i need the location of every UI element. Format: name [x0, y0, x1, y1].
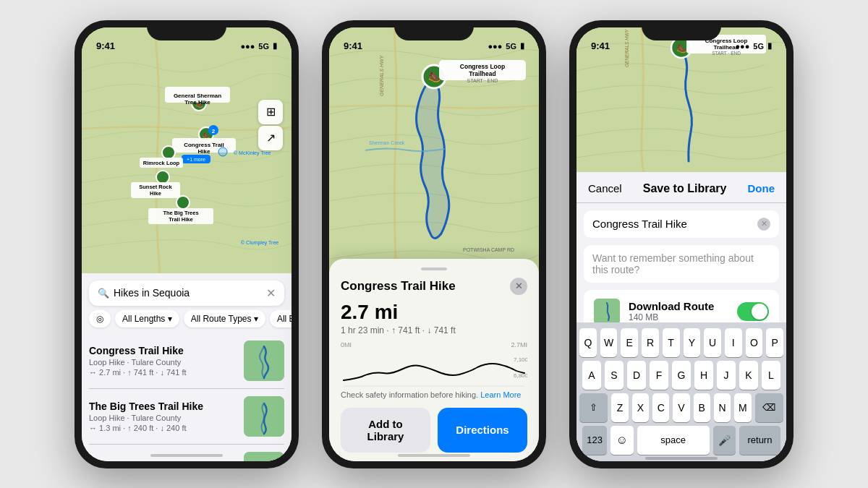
key-return[interactable]: return — [739, 426, 780, 455]
key-k[interactable]: K — [739, 361, 758, 390]
svg-text:🥾: 🥾 — [428, 71, 441, 83]
notch-2 — [394, 20, 474, 40]
save-note-field[interactable]: Want to remember something about this ro… — [584, 245, 779, 283]
key-r[interactable]: R — [642, 328, 659, 357]
filter-elev-btn[interactable]: All Elev... — [270, 310, 292, 328]
key-y[interactable]: Y — [684, 328, 701, 357]
trail-close-btn[interactable]: ✕ — [510, 278, 527, 295]
search-clear-icon[interactable]: ✕ — [266, 286, 276, 300]
home-indicator-2 — [398, 454, 470, 457]
key-s[interactable]: S — [605, 361, 624, 390]
key-space[interactable]: space — [637, 426, 710, 455]
svg-point-22 — [176, 196, 190, 209]
hike-list: Congress Trail Hike Loop Hike · Tulare C… — [82, 333, 292, 461]
hike-item-congress[interactable]: Congress Trail Hike Loop Hike · Tulare C… — [89, 333, 284, 389]
search-input[interactable] — [114, 287, 266, 299]
cancel-btn[interactable]: Cancel — [588, 182, 622, 194]
map-type-btn[interactable]: ⊞ — [258, 100, 283, 124]
trail-title: Congress Trail Hike — [341, 279, 456, 294]
keyboard-row-1: Q W E R T Y U I O P — [579, 328, 783, 357]
key-i[interactable]: I — [725, 328, 742, 357]
time-1: 9:41 — [96, 40, 115, 51]
key-a[interactable]: A — [582, 361, 601, 390]
svg-point-8 — [208, 125, 218, 135]
trail-card-header: Congress Trail Hike ✕ — [341, 278, 527, 295]
x-end-label: 2.7MI — [511, 341, 527, 348]
key-e[interactable]: E — [621, 328, 638, 357]
svg-rect-13 — [182, 155, 210, 163]
download-thumb — [594, 299, 620, 325]
trail-card: Congress Trail Hike ✕ 2.7 mi 1 hr 23 min… — [329, 259, 539, 461]
trail-meta: 1 hr 23 min · ↑ 741 ft · ↓ 741 ft — [341, 325, 527, 335]
notch-1 — [147, 20, 226, 40]
phone-1: 9:41 ●●● 5G ▮ — [75, 20, 299, 468]
done-btn[interactable]: Done — [748, 182, 775, 194]
search-bar[interactable]: 🔍 ✕ — [89, 281, 284, 306]
svg-point-18 — [156, 171, 169, 184]
svg-text:Sherman Creek: Sherman Creek — [369, 140, 405, 145]
key-d[interactable]: D — [627, 361, 646, 390]
map-1[interactable]: 🥾 General Sherman Tree Hike 🥾 2 Congress… — [82, 27, 292, 273]
home-indicator-1 — [150, 454, 223, 457]
key-j[interactable]: J — [717, 361, 736, 390]
filter-length-label: All Lengths ▾ — [122, 314, 172, 324]
key-shift[interactable]: ⇧ — [579, 393, 608, 422]
hike-type-bigtrees: Loop Hike · Tulare County — [89, 414, 203, 422]
svg-rect-0 — [82, 27, 292, 273]
key-o[interactable]: O — [746, 328, 763, 357]
key-delete[interactable]: ⌫ — [755, 393, 783, 422]
key-l[interactable]: L — [762, 361, 780, 390]
signal-icon-1: ●●● — [240, 42, 255, 51]
svg-point-15 — [162, 146, 175, 159]
key-c[interactable]: C — [652, 393, 669, 422]
save-name-input[interactable] — [592, 218, 757, 230]
map-controls-1: ⊞ ↗ — [258, 100, 283, 150]
hike-item-bigtrees[interactable]: The Big Trees Trail Hike Loop Hike · Tul… — [89, 389, 284, 445]
keyboard-row-2: A S D F G H J K L — [579, 361, 783, 390]
download-toggle[interactable] — [737, 302, 769, 321]
hike-item-crescent[interactable]: Crescent Meadow Hike — [89, 445, 284, 461]
svg-text:POTWISHA CAMP RD: POTWISHA CAMP RD — [463, 247, 514, 252]
key-h[interactable]: H — [694, 361, 713, 390]
carrier-2: 5G — [506, 42, 516, 51]
location-btn[interactable]: ↗ — [258, 126, 283, 150]
key-b[interactable]: B — [694, 393, 710, 422]
key-n[interactable]: N — [714, 393, 731, 422]
svg-text:Trailhead: Trailhead — [469, 70, 495, 77]
svg-text:© Clumpley Tree: © Clumpley Tree — [241, 240, 278, 246]
home-indicator-3 — [645, 457, 718, 460]
key-t[interactable]: T — [663, 328, 680, 357]
hike-stats-congress: ↔ 2.7 mi · ↑ 741 ft · ↓ 741 ft — [89, 368, 187, 377]
key-v[interactable]: V — [673, 393, 689, 422]
svg-text:START · END: START · END — [467, 78, 498, 83]
battery-icon-3: ▮ — [767, 41, 772, 51]
filter-location-btn[interactable]: ◎ — [89, 310, 111, 328]
key-f[interactable]: F — [650, 361, 668, 390]
svg-point-6 — [199, 127, 213, 142]
time-3: 9:41 — [591, 40, 610, 51]
add-to-library-btn[interactable]: Add to Library — [341, 408, 430, 453]
key-w[interactable]: W — [600, 328, 618, 357]
key-z[interactable]: Z — [611, 393, 628, 422]
phone-3: 9:41 ●●● 5G ▮ — [569, 20, 793, 468]
key-emoji[interactable]: ☺ — [610, 426, 633, 455]
key-123[interactable]: 123 — [582, 426, 607, 455]
key-g[interactable]: G — [672, 361, 691, 390]
key-p[interactable]: P — [766, 328, 783, 357]
key-q[interactable]: Q — [579, 328, 597, 357]
key-x[interactable]: X — [632, 393, 649, 422]
key-mic[interactable]: 🎤 — [713, 426, 736, 455]
save-name-field[interactable]: ✕ — [584, 210, 779, 238]
svg-rect-16 — [140, 158, 183, 168]
carrier-1: 5G — [258, 42, 269, 51]
key-u[interactable]: U — [704, 328, 721, 357]
clear-name-icon[interactable]: ✕ — [757, 218, 770, 231]
key-m[interactable]: M — [734, 393, 751, 422]
location-filter-icon: ◎ — [96, 314, 103, 324]
directions-btn[interactable]: Directions — [438, 408, 527, 453]
filter-type-btn[interactable]: All Route Types ▾ — [184, 310, 265, 328]
map-2[interactable]: 🥾 Congress Loop Trailhead START · END Sh… — [329, 27, 539, 295]
svg-text:Congress Trail: Congress Trail — [184, 142, 224, 148]
filter-length-btn[interactable]: All Lengths ▾ — [115, 310, 179, 328]
keyboard-row-4: 123 ☺ space 🎤 return — [579, 426, 783, 455]
